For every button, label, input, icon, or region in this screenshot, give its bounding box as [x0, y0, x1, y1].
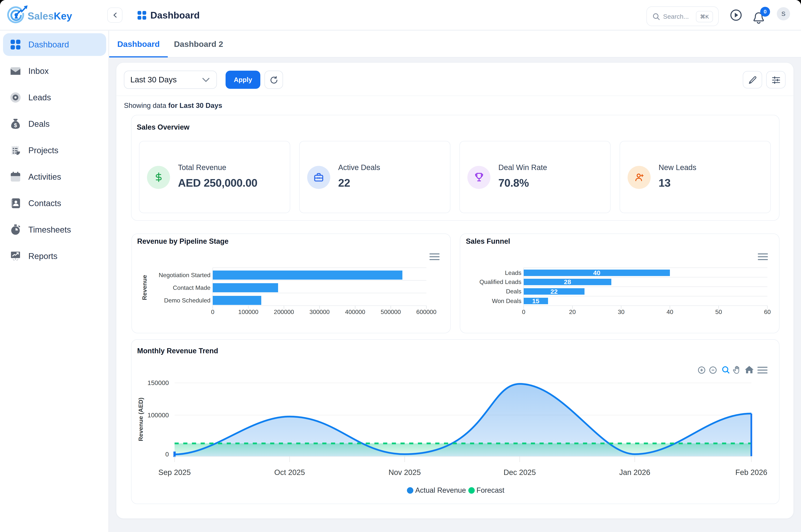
svg-text:Oct 2025: Oct 2025 — [274, 468, 305, 476]
svg-text:500000: 500000 — [381, 308, 401, 315]
svg-text:28: 28 — [564, 278, 571, 285]
svg-text:0: 0 — [522, 308, 526, 315]
svg-text:300000: 300000 — [309, 308, 330, 315]
svg-text:Nov 2025: Nov 2025 — [388, 468, 421, 476]
svg-text:Feb 2026: Feb 2026 — [735, 468, 767, 476]
svg-text:Revenue (AED): Revenue (AED) — [137, 398, 144, 441]
svg-text:40: 40 — [593, 269, 600, 277]
svg-text:0: 0 — [165, 451, 169, 458]
svg-text:600000: 600000 — [416, 308, 437, 315]
svg-text:40: 40 — [667, 308, 673, 315]
svg-text:100000: 100000 — [148, 412, 169, 419]
svg-text:400000: 400000 — [345, 308, 365, 315]
svg-text:Sep 2025: Sep 2025 — [158, 468, 191, 476]
svg-text:22: 22 — [551, 288, 558, 295]
svg-text:150000: 150000 — [148, 379, 169, 386]
svg-text:Contact Made: Contact Made — [173, 284, 210, 291]
svg-text:Qualified Leads: Qualified Leads — [479, 279, 521, 285]
svg-text:$: $ — [14, 122, 17, 128]
svg-text:15: 15 — [532, 297, 539, 305]
svg-text:20: 20 — [569, 308, 576, 315]
svg-text:Revenue: Revenue — [141, 275, 148, 300]
svg-text:Dec 2025: Dec 2025 — [503, 468, 536, 476]
svg-text:Won Deals: Won Deals — [492, 298, 521, 304]
svg-text:50: 50 — [715, 308, 722, 315]
svg-text:Negotiation Started: Negotiation Started — [159, 272, 210, 279]
svg-text:0: 0 — [211, 308, 214, 315]
svg-text:Demo Scheduled: Demo Scheduled — [164, 297, 210, 304]
svg-text:60: 60 — [764, 308, 771, 315]
svg-text:Actual Revenue: Actual Revenue — [415, 486, 466, 494]
svg-text:Leads: Leads — [505, 269, 521, 276]
svg-text:Deals: Deals — [506, 288, 521, 295]
svg-text:200000: 200000 — [274, 308, 294, 315]
svg-text:Forecast: Forecast — [476, 486, 504, 494]
svg-text:30: 30 — [618, 308, 625, 315]
svg-text:Jan 2026: Jan 2026 — [619, 468, 650, 476]
svg-text:100000: 100000 — [238, 308, 259, 315]
